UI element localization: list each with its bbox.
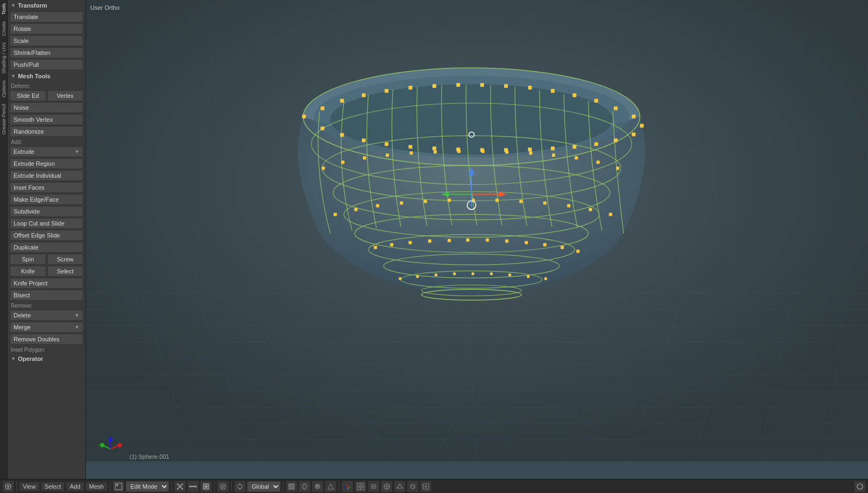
svg-point-157 — [181, 483, 183, 485]
bisect-button[interactable]: Bisect — [10, 290, 83, 301]
push-pull-button[interactable]: Push/Pull — [10, 59, 83, 70]
svg-line-24 — [824, 293, 846, 461]
mesh-tools-section-header[interactable]: ▼ Mesh Tools — [8, 71, 85, 82]
extra-icon-2[interactable] — [368, 480, 380, 492]
svg-point-174 — [315, 484, 318, 486]
svg-rect-73 — [594, 142, 598, 146]
extrude-region-button[interactable]: Extrude Region — [10, 158, 83, 169]
svg-rect-179 — [357, 483, 360, 486]
svg-rect-111 — [589, 208, 592, 211]
svg-rect-132 — [527, 275, 530, 278]
select-menu[interactable]: Select — [41, 482, 65, 491]
svg-rect-80 — [432, 147, 436, 151]
svg-rect-81 — [408, 145, 412, 149]
make-edge-face-button[interactable]: Make Edge/Face — [10, 194, 83, 205]
svg-rect-56 — [340, 99, 344, 103]
inset-faces-button[interactable]: Inset Faces — [10, 182, 83, 193]
extra-icon-4[interactable] — [394, 480, 406, 492]
rotate-button[interactable]: Rotate — [10, 23, 83, 34]
svg-rect-114 — [390, 243, 393, 246]
duplicate-button[interactable]: Duplicate — [10, 242, 83, 253]
shrink-flatten-button[interactable]: Shrink/Flatten — [10, 47, 83, 58]
delete-dropdown[interactable]: Delete ▼ — [10, 310, 83, 321]
mesh-menu[interactable]: Mesh — [85, 482, 108, 491]
add-menu[interactable]: Add — [66, 482, 84, 491]
knife-button[interactable]: Knife — [10, 266, 46, 277]
screw-button[interactable]: Screw — [47, 254, 84, 265]
svg-rect-74 — [573, 145, 576, 149]
svg-point-165 — [220, 484, 226, 489]
global-select-dropdown[interactable]: Global — [247, 481, 281, 492]
noise-button[interactable]: Noise — [10, 102, 83, 113]
svg-rect-89 — [386, 154, 389, 157]
svg-line-35 — [412, 0, 650, 293]
extrude-dropdown[interactable]: Extrude ▼ — [10, 146, 83, 157]
view-menu[interactable]: View — [19, 482, 40, 491]
wireframe-view-icon[interactable] — [299, 480, 311, 492]
solid-view-icon[interactable] — [286, 480, 297, 492]
svg-rect-55 — [320, 107, 324, 110]
separator-6 — [283, 482, 283, 491]
3d-viewport[interactable]: User Ortho — [86, 0, 868, 479]
svg-point-146 — [100, 443, 104, 447]
mode-select-dropdown[interactable]: Edit Mode — [126, 481, 169, 492]
smooth-vertex-button[interactable]: Smooth Vertex — [10, 114, 83, 125]
vertex-button[interactable]: Vertex — [47, 90, 84, 101]
merge-dropdown[interactable]: Merge ▼ — [10, 322, 83, 333]
tools-tab[interactable]: Tools — [0, 0, 7, 18]
svg-line-25 — [86, 0, 477, 293]
vertex-mode-icon[interactable] — [174, 480, 186, 492]
rendered-view-icon[interactable] — [325, 480, 337, 492]
translate-button[interactable]: Translate — [10, 11, 83, 22]
svg-rect-59 — [408, 86, 412, 90]
remove-doubles-button[interactable]: Remove Doubles — [10, 334, 83, 345]
spin-screw-row: Spin Screw — [10, 254, 83, 265]
edge-mode-icon[interactable] — [187, 480, 199, 492]
extra-icon-3[interactable] — [381, 480, 393, 492]
svg-line-20 — [564, 293, 629, 461]
shading-uvs-tab[interactable]: Shading / UVs — [0, 39, 7, 77]
options-tab[interactable]: Options — [0, 77, 7, 101]
loop-cut-button[interactable]: Loop Cut and Slide — [10, 218, 83, 229]
grease-pencil-tab[interactable]: Grease Pencil — [0, 101, 7, 138]
knife-select-button[interactable]: Select — [47, 266, 84, 277]
offset-edge-button[interactable]: Offset Edge Slide — [10, 230, 83, 241]
scale-button[interactable]: Scale — [10, 35, 83, 46]
snap-icon[interactable] — [234, 480, 246, 492]
svg-rect-105 — [448, 198, 451, 202]
spin-button[interactable]: Spin — [10, 254, 46, 265]
face-mode-icon[interactable] — [200, 480, 212, 492]
svg-rect-100 — [333, 213, 337, 216]
deform-row: Slide Ed Vertex — [10, 90, 83, 101]
randomize-button[interactable]: Randomize — [10, 126, 83, 137]
svg-rect-133 — [544, 277, 547, 280]
material-view-icon[interactable] — [312, 480, 324, 492]
slide-edge-button[interactable]: Slide Ed — [10, 90, 46, 101]
extra-icon-1[interactable] — [355, 480, 367, 492]
scene-icon[interactable] — [2, 480, 14, 492]
extra-icon-6[interactable] — [420, 480, 432, 492]
svg-point-152 — [7, 485, 9, 488]
extrude-individual-button[interactable]: Extrude Individual — [10, 170, 83, 181]
svg-line-32 — [857, 54, 868, 293]
transform-orient-icon[interactable] — [342, 480, 354, 492]
scene-icon-right[interactable] — [854, 480, 866, 492]
extrude-dropdown-arrow: ▼ — [75, 149, 79, 154]
svg-point-195 — [857, 484, 863, 489]
extra-icon-5[interactable] — [407, 480, 419, 492]
knife-project-button[interactable]: Knife Project — [10, 278, 83, 289]
subdivide-button[interactable]: Subdivide — [10, 206, 83, 217]
edit-mode-icon[interactable] — [113, 480, 125, 492]
create-tab[interactable]: Create — [0, 18, 7, 39]
svg-rect-95 — [529, 152, 532, 155]
svg-line-12 — [195, 293, 260, 461]
proportional-icon[interactable] — [217, 480, 229, 492]
svg-rect-65 — [551, 89, 555, 93]
svg-rect-69 — [632, 115, 636, 118]
separator-3 — [171, 482, 172, 491]
svg-line-26 — [195, 0, 531, 293]
svg-rect-91 — [433, 151, 437, 154]
separator-2 — [110, 482, 110, 491]
operator-section-header[interactable]: ▼ Operator — [8, 353, 85, 364]
transform-section-header[interactable]: ▼ Transform — [8, 0, 85, 11]
